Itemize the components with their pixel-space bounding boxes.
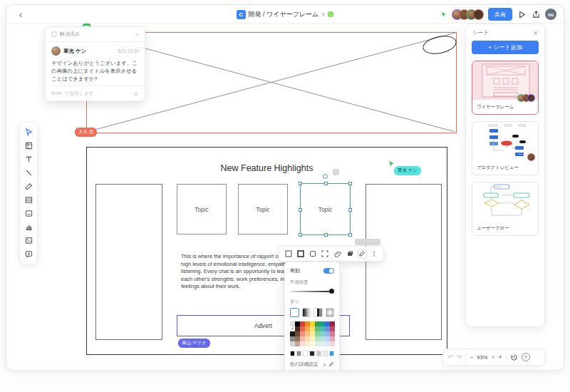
fill-style-icon[interactable] (284, 249, 293, 259)
palette-color[interactable] (300, 321, 305, 326)
fill-option-split[interactable] (314, 308, 323, 317)
palette-color[interactable] (305, 331, 310, 336)
avatar[interactable] (473, 9, 484, 20)
history-icon[interactable] (510, 354, 518, 361)
sheet-thumb-user-flow[interactable]: ユーザーフロー (472, 182, 539, 236)
palette-color[interactable] (310, 321, 315, 326)
help-button[interactable]: ? (522, 353, 530, 361)
opacity-slider[interactable] (290, 289, 334, 294)
table-tool[interactable] (20, 193, 37, 207)
palette-color[interactable] (330, 326, 335, 331)
palette-color[interactable] (295, 326, 300, 331)
sheet-thumb-product-review[interactable]: プロダクトレビュー (472, 121, 539, 175)
chevron-down-icon[interactable]: ∨ (323, 362, 326, 368)
quick-swatch[interactable] (329, 351, 334, 356)
quick-swatch[interactable] (290, 351, 295, 356)
wireframe-left-column[interactable] (95, 184, 162, 340)
fill-option-none[interactable] (290, 308, 299, 317)
export-icon[interactable] (531, 9, 541, 19)
border-light-icon[interactable] (309, 249, 318, 259)
palette-color[interactable] (290, 331, 295, 336)
breadcrumb[interactable]: 開発 / ワイヤーフレーム (249, 10, 319, 19)
share-button[interactable]: 共有 (488, 8, 512, 21)
enabled-toggle[interactable] (323, 268, 334, 274)
resize-handle[interactable] (348, 182, 352, 185)
palette-color[interactable] (290, 336, 295, 341)
pen-tool[interactable] (20, 180, 37, 193)
lock-chip-icon[interactable] (333, 169, 339, 175)
present-icon[interactable] (517, 9, 527, 19)
account-avatar[interactable]: nu (545, 9, 556, 20)
advanced-color-settings[interactable]: 色の詳細設定 (290, 361, 321, 368)
quick-swatch[interactable] (309, 351, 314, 356)
palette-color[interactable] (300, 326, 305, 331)
quick-swatch[interactable] (316, 351, 321, 356)
resize-handle[interactable] (324, 182, 328, 185)
palette-color[interactable] (320, 331, 325, 336)
frame-tool[interactable] (20, 139, 37, 153)
select-tool[interactable] (20, 125, 37, 139)
palette-color[interactable] (320, 336, 325, 341)
eyedropper-icon[interactable] (328, 361, 334, 368)
zoom-out-button[interactable]: − (470, 354, 473, 361)
palette-color[interactable] (325, 321, 330, 326)
undo-button[interactable]: ↶ (447, 354, 453, 361)
opacity-knob[interactable] (329, 289, 334, 294)
palette-color[interactable] (325, 326, 330, 331)
palette-color[interactable] (310, 336, 315, 341)
palette-color[interactable] (305, 321, 310, 326)
resolve-checkbox[interactable] (51, 31, 57, 37)
palette-color[interactable] (330, 341, 335, 346)
palette-color[interactable] (315, 321, 320, 326)
text-tool[interactable] (20, 153, 37, 166)
palette-color[interactable] (330, 336, 335, 341)
palette-color[interactable] (305, 336, 310, 341)
chevron-down-icon[interactable]: ∨ (491, 354, 494, 360)
palette-color[interactable] (315, 341, 320, 346)
redo-button[interactable]: ↷ (457, 354, 462, 361)
copy-link-icon[interactable]: ⌁ (135, 31, 139, 38)
resize-handle[interactable] (299, 233, 302, 237)
palette-color[interactable] (315, 331, 320, 336)
wireframe-right-column[interactable] (366, 184, 442, 340)
palette-color[interactable] (295, 336, 300, 341)
palette-color[interactable] (310, 331, 315, 336)
quick-swatch[interactable] (303, 351, 308, 356)
palette-color[interactable] (300, 341, 305, 346)
topic-box-2[interactable]: Topic (238, 184, 288, 234)
topic-box-1[interactable]: Topic (177, 184, 227, 234)
rotate-handle[interactable] (323, 174, 328, 179)
border-style-icon[interactable] (296, 249, 305, 259)
palette-color[interactable] (315, 326, 320, 331)
palette-color[interactable] (295, 331, 300, 336)
resize-handle[interactable] (299, 182, 302, 185)
collaborator-avatars[interactable] (452, 9, 484, 20)
palette-color[interactable] (295, 321, 300, 326)
palette-color[interactable] (325, 341, 330, 346)
add-sheet-button[interactable]: + シート追加 (472, 41, 539, 54)
sheet-thumb-wireframe[interactable]: ワイヤーフレーム (472, 61, 539, 115)
palette-color[interactable] (290, 326, 295, 331)
palette-color[interactable] (320, 341, 325, 346)
resize-handle[interactable] (348, 208, 352, 212)
resize-handle[interactable] (299, 208, 302, 212)
resize-handle[interactable] (348, 233, 352, 237)
quick-swatch[interactable] (296, 351, 301, 356)
palette-color[interactable] (305, 326, 310, 331)
palette-color[interactable] (300, 331, 305, 336)
fill-option-linear[interactable] (302, 308, 311, 317)
palette-color[interactable] (310, 341, 315, 346)
palette-color[interactable] (325, 336, 330, 341)
comment-tool[interactable] (20, 247, 37, 261)
resize-icon[interactable] (321, 249, 330, 259)
edit-color-icon[interactable] (358, 249, 367, 259)
palette-color[interactable] (320, 326, 325, 331)
link-icon[interactable] (333, 249, 342, 259)
palette-color[interactable] (310, 326, 315, 331)
palette-color[interactable] (315, 336, 320, 341)
emoji-icon[interactable]: ☺ (133, 91, 139, 97)
quick-swatch[interactable] (323, 351, 328, 356)
fill-option-radial[interactable] (326, 308, 335, 317)
zoom-level[interactable]: 93% (477, 354, 487, 361)
line-tool[interactable] (20, 166, 37, 180)
